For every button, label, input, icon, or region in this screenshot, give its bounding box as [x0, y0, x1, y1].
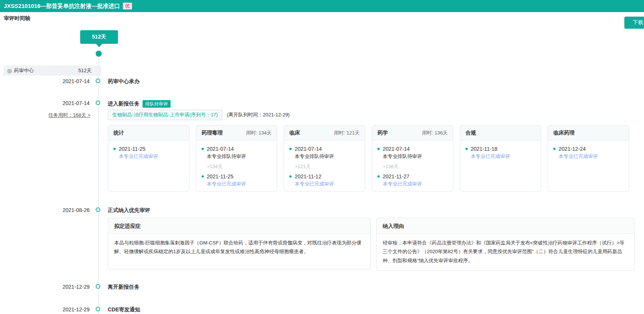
card-entry: 2021-07-14 本专业排队待审评 [202, 145, 272, 161]
entry-date: 2021-07-14 [383, 145, 422, 153]
bullet-dot [202, 175, 204, 178]
indication-panel: 拟定适应症 本品与粒细胞-巨噬细胞集落刺激因子（GM-CSF）联合给药，适用于伴… [108, 218, 371, 269]
card-entry: 2021-07-14 本专业排队待审评 [289, 145, 360, 161]
station-row: ◎ 药审中心 512天 [3, 65, 101, 76]
bullet-dot [553, 148, 556, 150]
event-date: 2021-08-26 [18, 207, 90, 213]
event-date: 2021-07-14 [18, 78, 90, 84]
entry-status: 本专业排队待审评 [295, 153, 334, 161]
entry-date: 2021-11-25 [119, 145, 158, 153]
panel-title: 纳入理由 [377, 218, 634, 234]
card-duration: 用时: 136天 [422, 130, 448, 136]
entry-date: 2021-11-27 [383, 173, 422, 180]
event-date: 2021-12-29 [18, 284, 90, 290]
entry-date: 2021-07-14 [295, 145, 334, 153]
priority-badge: 优 [123, 3, 132, 9]
event-title-text: 进入新报任务 [108, 101, 140, 107]
timeline-node [96, 101, 100, 105]
entry-status-link[interactable]: 本专业已完成审评 [295, 180, 334, 188]
specialty-card-statistics: 统计 2021-11-25 本专业已完成审评 [108, 125, 189, 192]
card-entry: 2021-11-25 本专业已完成审评 [113, 145, 184, 161]
bullet-dot [466, 148, 468, 150]
card-entry: 2021-07-14 本专业排队待审评 [377, 145, 448, 161]
specialty-card-clinpharm: 临床药理 2021-12-24 本专业已完成审评 [548, 125, 629, 192]
card-title: 药学 [377, 130, 388, 136]
total-days-bubble: 512天 [80, 30, 118, 44]
queue-tag[interactable]: 生物制品-治疗用生物制品-上市申请(序列号：17) [108, 110, 222, 120]
bullet-dot [289, 175, 292, 178]
card-title: 药理毒理 [202, 130, 223, 136]
event-title: 药审中心承办 [108, 78, 140, 85]
entry-gap-days: +136天 [383, 163, 448, 170]
timeline-node [96, 207, 100, 212]
specialty-card-compliance: 合规 2021-11-18 本专业已完成审评 [460, 125, 542, 192]
card-entry: 2021-11-25 本专业已完成审评 [202, 173, 272, 188]
bullet-dot [377, 148, 380, 150]
entry-gap-days: +121天 [295, 163, 360, 170]
card-title: 临床药理 [553, 130, 574, 136]
timeline-event: 2021-07-14 药审中心承办 [0, 78, 644, 86]
entry-gap-days: +134天 [207, 163, 272, 170]
bullet-dot [377, 175, 380, 178]
station-name: 药审中心 [14, 67, 34, 74]
bullet-dot [113, 148, 116, 150]
station-days: 512天 [78, 67, 92, 74]
card-entry: 2021-12-24 本专业已完成审评 [553, 145, 624, 161]
entry-date: 2021-11-25 [207, 173, 246, 180]
entry-date: 2021-11-12 [295, 173, 334, 180]
status-badge: 排队待审评 [143, 100, 171, 108]
timeline-start-dot [96, 51, 102, 57]
bullet-dot [202, 148, 204, 150]
card-title: 合规 [466, 130, 476, 136]
card-title: 统计 [113, 130, 124, 136]
entry-status: 本专业排队待审评 [383, 153, 422, 161]
queue-info-row: 生物制品-治疗用生物制品-上市申请(序列号：17) (离开队列时间：2021-1… [108, 110, 290, 120]
event-date: 2021-07-14 [18, 100, 90, 106]
event-title: CDE寄发通知 [108, 306, 140, 313]
card-entry: 2021-11-12 本专业已完成审评 [289, 173, 360, 188]
timeline-node [96, 284, 100, 289]
entry-status-link[interactable]: 本专业已完成审评 [471, 153, 510, 161]
section-title: 审评时间轴 [4, 15, 30, 22]
page: JXSS2101016—那昔妥单抗注射液—批准进口 优 审评时间轴 下载 512… [0, 0, 644, 314]
event-title: 正式纳入优先审评 [108, 207, 150, 214]
total-days-label: 512天 [92, 34, 106, 40]
panel-title: 拟定适应症 [108, 218, 370, 234]
specialty-card-pharmacy: 药学 用时: 136天 2021-07-14 本专业排队待审评 +136天 [372, 125, 453, 192]
timeline-node [96, 307, 100, 311]
event-date: 2021-12-29 [18, 306, 90, 312]
entry-status-link[interactable]: 本专业已完成审评 [119, 153, 158, 161]
timeline-event: 2021-07-14 进入新报任务 排队待审评 任务用时：168天 > 生物制品… [0, 100, 644, 193]
entry-status-link[interactable]: 本专业已完成审评 [559, 153, 598, 161]
timeline-event: 2021-08-26 正式纳入优先审评 拟定适应症 本品与粒细胞-巨噬细胞集落刺… [0, 207, 644, 271]
event-title: 进入新报任务 排队待审评 [108, 100, 171, 108]
location-icon: ◎ [7, 68, 12, 73]
page-title: JXSS2101016—那昔妥单抗注射液—批准进口 [4, 3, 120, 10]
entry-status: 本专业排队待审评 [207, 153, 246, 161]
card-duration: 用时: 121天 [334, 130, 360, 136]
specialty-cards: 统计 2021-11-25 本专业已完成审评 药理毒理 用 [108, 125, 629, 192]
entry-date: 2021-07-14 [207, 145, 246, 153]
specialty-card-clinical: 临床 用时: 121天 2021-07-14 本专业排队待审评 +121天 [284, 125, 365, 192]
entry-status-link[interactable]: 本专业已完成审评 [207, 180, 246, 188]
entry-date: 2021-11-18 [471, 145, 510, 153]
timeline-event: 2021-12-29 CDE寄发通知 [0, 306, 644, 314]
inclusion-reason-panel: 纳入理由 经审核，本申请符合《药品注册管理办法》和《国家药监局关于发布<突破性治… [376, 218, 635, 271]
card-entry: 2021-11-18 本专业已完成审评 [466, 145, 536, 161]
event-title: 离开新报任务 [108, 284, 140, 291]
bullet-dot [289, 148, 292, 150]
card-duration: 用时: 134天 [246, 130, 272, 136]
card-entry: 2021-11-27 本专业已完成审评 [377, 173, 448, 188]
download-button[interactable]: 下载 [624, 17, 644, 29]
card-title: 临床 [289, 130, 300, 136]
queue-leave-time: (离开队列时间：2021-12-29) [227, 111, 290, 118]
task-duration-link[interactable]: 任务用时：168天 > [19, 112, 90, 119]
window-titlebar: JXSS2101016—那昔妥单抗注射液—批准进口 优 [0, 0, 644, 12]
timeline-node [96, 79, 100, 83]
entry-status-link[interactable]: 本专业已完成审评 [383, 180, 422, 188]
panel-content: 本品与粒细胞-巨噬细胞集落刺激因子（GM-CSF）联合给药，适用于伴有骨或骨髓病… [108, 234, 370, 261]
panel-content: 经审核，本申请符合《药品注册管理办法》和《国家药监局关于发布<突破性治疗药物审评… [377, 234, 634, 270]
entry-date: 2021-12-24 [559, 145, 598, 153]
specialty-card-pharmtox: 药理毒理 用时: 134天 2021-07-14 本专业排队待审评 +134天 [196, 125, 278, 192]
timeline-event: 2021-12-29 离开新报任务 [0, 284, 644, 291]
